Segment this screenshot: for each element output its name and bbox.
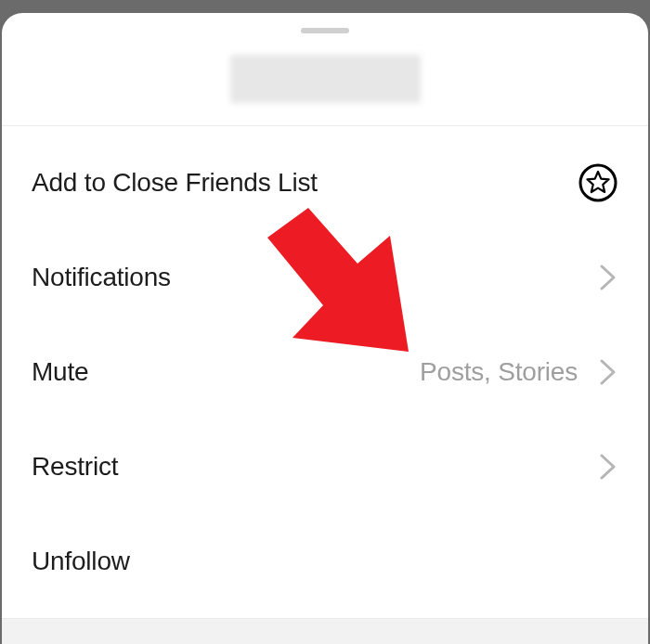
chevron-right-icon bbox=[598, 264, 618, 291]
row-label: Mute bbox=[32, 357, 88, 387]
row-restrict-right bbox=[598, 453, 618, 481]
row-mute-right: Posts, Stories bbox=[420, 357, 618, 387]
row-label: Notifications bbox=[32, 263, 171, 292]
row-label: Add to Close Friends List bbox=[32, 168, 318, 198]
menu-list: Add to Close Friends List Notifications bbox=[2, 126, 648, 618]
star-circle-icon bbox=[578, 162, 618, 203]
row-label: Unfollow bbox=[32, 547, 130, 576]
row-mute[interactable]: Mute Posts, Stories bbox=[2, 325, 648, 419]
row-notifications[interactable]: Notifications bbox=[2, 230, 648, 325]
row-restrict[interactable]: Restrict bbox=[2, 419, 648, 514]
chevron-right-icon bbox=[598, 358, 618, 386]
row-mute-value: Posts, Stories bbox=[420, 357, 578, 387]
sheet-header bbox=[2, 33, 648, 126]
action-sheet: Add to Close Friends List Notifications bbox=[2, 13, 648, 644]
row-label: Restrict bbox=[32, 452, 118, 482]
username-redacted bbox=[230, 55, 421, 103]
chevron-right-icon bbox=[598, 453, 618, 481]
row-close-friends[interactable]: Add to Close Friends List bbox=[2, 135, 648, 230]
svg-point-0 bbox=[580, 165, 616, 200]
sheet-footer-gap bbox=[2, 618, 648, 644]
row-close-friends-right bbox=[578, 162, 618, 203]
row-notifications-right bbox=[598, 264, 618, 291]
row-unfollow[interactable]: Unfollow bbox=[2, 514, 648, 609]
